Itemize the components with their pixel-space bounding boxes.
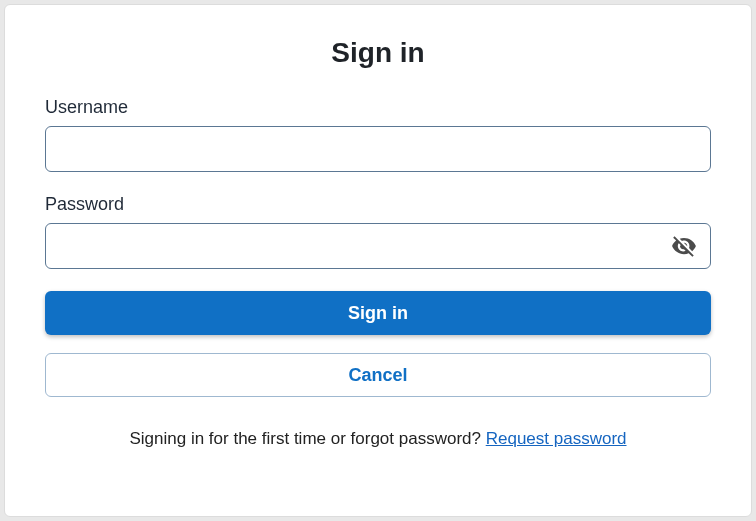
- signin-button[interactable]: Sign in: [45, 291, 711, 335]
- username-label: Username: [45, 97, 711, 118]
- request-password-link[interactable]: Request password: [486, 429, 627, 448]
- eye-off-icon: [671, 233, 697, 259]
- username-group: Username: [45, 97, 711, 172]
- footer-prompt: Signing in for the first time or forgot …: [129, 429, 485, 448]
- password-group: Password: [45, 194, 711, 269]
- toggle-password-visibility-button[interactable]: [667, 229, 701, 263]
- password-wrapper: [45, 223, 711, 269]
- username-input[interactable]: [45, 126, 711, 172]
- cancel-button[interactable]: Cancel: [45, 353, 711, 397]
- signin-card: Sign in Username Password Sign in Cancel…: [4, 4, 752, 517]
- password-input[interactable]: [45, 223, 711, 269]
- page-title: Sign in: [45, 37, 711, 69]
- footer-text: Signing in for the first time or forgot …: [45, 429, 711, 449]
- password-label: Password: [45, 194, 711, 215]
